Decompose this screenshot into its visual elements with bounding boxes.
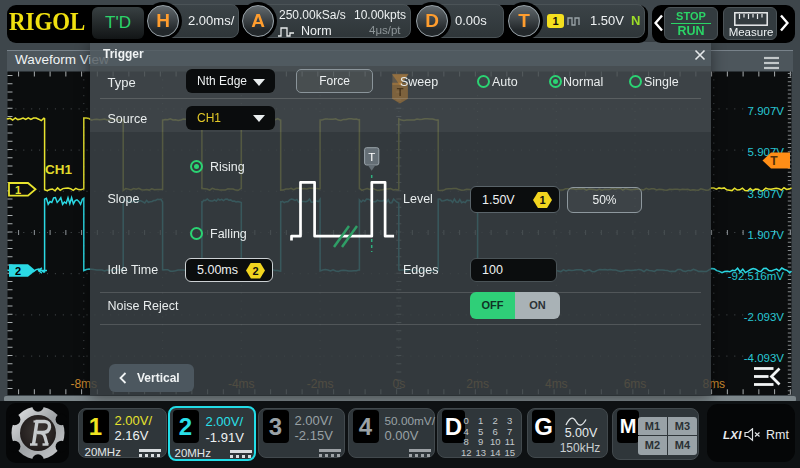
svg-text:T: T	[368, 151, 375, 163]
svg-text:1: 1	[15, 184, 21, 196]
svg-text:7.907V: 7.907V	[748, 105, 785, 117]
svg-text:-2.093V: -2.093V	[744, 311, 785, 323]
svg-text:3.907V: 3.907V	[748, 188, 785, 200]
svg-text:-4.093V: -4.093V	[744, 352, 785, 364]
svg-text:2: 2	[15, 265, 21, 277]
svg-text:-92.516mV: -92.516mV	[728, 270, 785, 282]
svg-text:1.907V: 1.907V	[748, 229, 785, 241]
svg-text:CH1: CH1	[45, 162, 72, 177]
svg-text:T: T	[770, 154, 778, 168]
